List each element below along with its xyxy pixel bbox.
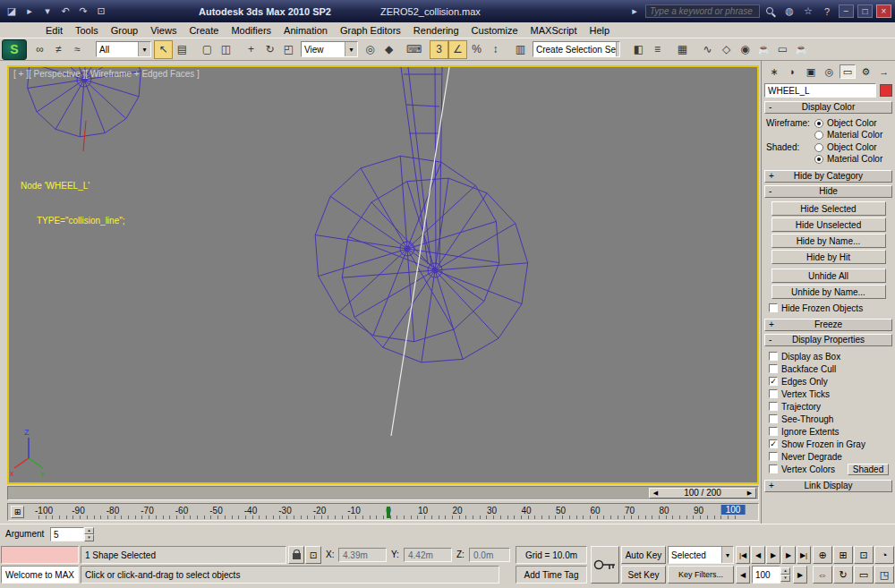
menu-views[interactable]: Views [144,24,183,37]
mini-curve-editor-button[interactable]: ⊞ [11,506,24,518]
select-and-link-icon[interactable]: ∞ [30,40,49,59]
select-and-rotate-icon[interactable]: ↻ [260,40,279,59]
close-button[interactable]: × [876,4,891,18]
window-crossing-icon[interactable]: ◫ [217,40,235,59]
tab-modify[interactable]: ◗ [784,64,800,79]
unlink-selection-icon[interactable]: ≠ [49,40,68,59]
favorites-icon[interactable]: ☆ [800,4,816,19]
select-and-move-icon[interactable]: + [242,40,260,59]
layer-manager-icon[interactable]: ▦ [673,40,692,59]
material-editor-icon[interactable]: ◉ [736,40,754,59]
previous-key-button[interactable]: ◀ [736,566,750,584]
checkbox-never-degrade[interactable] [769,452,778,461]
tab-create[interactable]: ∗ [766,64,782,79]
absolute-mode-toggle[interactable]: ⊡ [305,546,321,564]
use-pivot-point-icon[interactable]: ◎ [361,40,379,59]
chevron-down-icon[interactable]: ▾ [721,547,733,563]
spinner-up-icon[interactable]: ▴ [780,567,790,575]
object-color-swatch[interactable] [880,84,892,97]
menu-rendering[interactable]: Rendering [407,24,465,37]
x-coordinate-field[interactable]: 4.39m [338,548,387,562]
menu-graph-editors[interactable]: Graph Editors [334,24,407,37]
rendered-frame-icon[interactable]: ▭ [773,40,792,59]
display-color-header[interactable]: - Display Color [764,101,892,114]
checkbox-ignore-extents[interactable] [769,427,778,436]
checkbox-show-frozen-in-gray[interactable] [769,439,778,448]
zoom-extents-icon[interactable]: ⊡ [854,546,874,564]
menu-maxscript[interactable]: MAXScript [524,24,584,37]
field-of-view-icon[interactable]: ◔ [874,546,894,564]
keyboard-override-icon[interactable]: ⌨ [405,40,423,59]
edit-named-selection-sets-icon[interactable]: ▥ [511,40,530,59]
menu-group[interactable]: Group [105,24,145,37]
display-properties-header[interactable]: - Display Properties [764,334,892,346]
button-hide-by-name[interactable]: Hide by Name... [771,234,886,248]
search-expand-icon[interactable]: ▸ [626,4,643,19]
select-and-scale-icon[interactable]: ◰ [279,40,298,59]
maximize-viewport-icon[interactable]: ◳ [874,566,894,584]
maxscript-listener-pink[interactable] [1,546,79,564]
play-button[interactable]: ▶ [766,546,780,564]
menu-edit[interactable]: Edit [39,24,69,37]
selection-filter-dropdown[interactable]: All▾ [96,41,151,57]
button-unhide-by-name[interactable]: Unhide by Name... [771,285,886,299]
help-icon[interactable]: ? [819,4,835,19]
perspective-viewport[interactable]: ZxY [ + ][ Perspective ][ Wireframe + Ed… [7,65,759,484]
chevron-down-icon[interactable]: ▾ [616,42,620,56]
percent-snap-icon[interactable]: % [467,40,486,59]
workspace-icon[interactable]: ⊡ [93,4,109,19]
mirror-icon[interactable]: ◧ [629,40,648,59]
tab-utilities[interactable]: ⚙ [857,64,874,79]
hide-header[interactable]: - Hide [764,185,892,198]
spinner-up-icon[interactable]: ▴ [84,527,94,534]
freeze-header[interactable]: + Freeze [764,319,892,331]
minimize-button[interactable]: − [839,4,854,18]
argument-spinner[interactable]: ▴ ▾ [84,527,94,541]
checkbox-edges-only[interactable] [769,377,778,386]
current-frame-field[interactable]: 100 [752,566,780,584]
key-filters-button[interactable]: Key Filters... [668,566,734,584]
search-icon[interactable] [763,4,779,19]
radio-wireframe-material-color[interactable] [814,131,823,140]
next-frame-arrow-icon[interactable]: ▶ [744,488,755,499]
select-by-name-icon[interactable]: ▤ [173,40,192,59]
menu-tools[interactable]: Tools [69,24,105,37]
save-file-icon[interactable]: ▾ [39,4,55,19]
bind-to-space-warp-icon[interactable]: ≈ [68,40,87,59]
time-slider-handle[interactable]: ◀ 100 / 200 ▶ [649,488,756,499]
snaps-toggle-icon[interactable]: 3 [430,40,448,59]
set-key-button[interactable]: Set Key [621,566,666,584]
radio-shaded-material-color[interactable] [814,155,823,164]
spinner-down-icon[interactable]: ▾ [84,534,94,541]
reference-coordinate-dropdown[interactable]: View▾ [301,41,358,57]
align-icon[interactable]: ≡ [648,40,667,59]
orbit-icon[interactable]: ↻ [833,566,853,584]
checkbox-vertex-ticks[interactable] [769,389,778,398]
redo-icon[interactable]: ↷ [75,4,91,19]
trackbar[interactable]: ⊞ -100-90-80-70-60-50-40-30-20-100102030… [7,503,759,521]
zoom-region-icon[interactable]: ▭ [854,566,874,584]
checkbox-see-through[interactable] [769,414,778,423]
argument-field[interactable]: 5 [50,527,84,541]
button-unhide-all[interactable]: Unhide All [771,268,886,283]
y-coordinate-field[interactable]: 4.42m [404,548,452,562]
hide-by-category-header[interactable]: + Hide by Category [764,170,892,183]
schematic-view-icon[interactable]: ◇ [717,40,736,59]
go-to-end-button[interactable]: ▶| [797,546,811,564]
previous-frame-button[interactable]: ◀ [751,546,765,564]
zoom-all-icon[interactable]: ⊞ [833,546,853,564]
previous-frame-arrow-icon[interactable]: ◀ [650,488,661,499]
checkbox-backface-cull[interactable] [769,364,778,373]
z-coordinate-field[interactable]: 0.0m [469,548,510,562]
menu-modifiers[interactable]: Modifiers [225,24,277,37]
object-name-input[interactable] [764,83,876,98]
add-time-tag[interactable]: Add Time Tag [516,566,587,584]
curve-editor-icon[interactable]: ∿ [698,40,717,59]
rectangular-selection-region-icon[interactable]: ▢ [198,40,217,59]
checkbox-trajectory[interactable] [769,402,778,411]
angle-snap-icon[interactable]: ∠ [448,40,467,59]
select-and-manipulate-icon[interactable]: ◆ [379,40,398,59]
render-production-icon[interactable]: ☕ [792,40,811,59]
time-slider[interactable]: ◀ 100 / 200 ▶ [7,486,759,500]
spinner-down-icon[interactable]: ▾ [780,575,790,582]
